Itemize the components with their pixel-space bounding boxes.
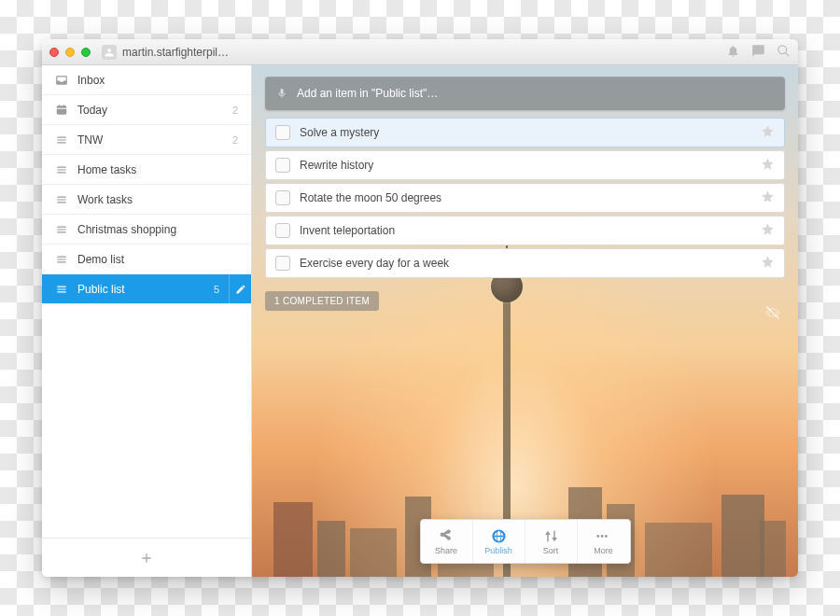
list-icon bbox=[55, 253, 68, 266]
sidebar-item-label: Public list bbox=[77, 283, 125, 296]
task-checkbox[interactable] bbox=[275, 256, 290, 271]
calendar-icon bbox=[55, 104, 68, 117]
plus-icon bbox=[139, 551, 154, 566]
app-window: martin.starfighterpil… InboxToday2TNW2Ho… bbox=[42, 39, 798, 577]
sidebar-item-count: 2 bbox=[232, 134, 238, 146]
task-label: Rewrite history bbox=[300, 159, 373, 172]
sidebar-item-label: Home tasks bbox=[77, 163, 136, 176]
task-row[interactable]: Rotate the moon 50 degrees bbox=[265, 183, 785, 213]
task-label: Exercise every day for a week bbox=[300, 257, 449, 270]
sort-icon bbox=[543, 528, 559, 544]
task-label: Solve a mystery bbox=[300, 126, 379, 139]
sidebar-item-count: 5 bbox=[214, 284, 219, 295]
sidebar-item-demo-list[interactable]: Demo list bbox=[42, 245, 251, 274]
main-pane: Add an item in "Public list"… Solve a my… bbox=[252, 65, 798, 577]
sidebar-item-label: Demo list bbox=[77, 253, 124, 266]
microphone-icon bbox=[276, 87, 287, 100]
toolbar-more-button[interactable]: More bbox=[578, 520, 630, 563]
star-button[interactable] bbox=[761, 189, 775, 206]
task-label: Rotate the moon 50 degrees bbox=[300, 191, 441, 204]
username-label: martin.starfighterpil… bbox=[122, 46, 229, 59]
toolbar-label: More bbox=[594, 546, 613, 555]
search-icon[interactable] bbox=[777, 44, 791, 61]
star-icon bbox=[761, 255, 775, 269]
task-row[interactable]: Rewrite history bbox=[265, 150, 785, 180]
star-icon bbox=[761, 124, 775, 138]
sidebar-item-christmas-shopping[interactable]: Christmas shopping bbox=[42, 215, 251, 245]
conversations-icon[interactable] bbox=[751, 44, 765, 61]
toolbar-label: Share bbox=[435, 546, 457, 555]
sidebar-item-label: Today bbox=[77, 104, 107, 117]
list-icon bbox=[55, 163, 68, 176]
task-row[interactable]: Exercise every day for a week bbox=[265, 248, 785, 278]
sidebar-item-today[interactable]: Today2 bbox=[42, 95, 251, 125]
add-item-placeholder: Add an item in "Public list"… bbox=[297, 87, 438, 100]
more-icon bbox=[595, 528, 611, 544]
star-button[interactable] bbox=[761, 157, 775, 174]
task-row[interactable]: Solve a mystery bbox=[265, 118, 785, 147]
sidebar-item-label: Inbox bbox=[77, 74, 105, 87]
notifications-icon[interactable] bbox=[726, 44, 740, 61]
sidebar-item-label: Christmas shopping bbox=[77, 223, 176, 236]
star-icon bbox=[761, 157, 775, 171]
window-controls bbox=[49, 48, 91, 57]
task-checkbox[interactable] bbox=[275, 125, 290, 140]
task-checkbox[interactable] bbox=[275, 223, 290, 238]
list-icon bbox=[55, 193, 68, 206]
edit-list-button[interactable] bbox=[229, 274, 251, 303]
globe-icon bbox=[491, 528, 507, 544]
sidebar: InboxToday2TNW2Home tasksWork tasksChris… bbox=[42, 65, 252, 577]
sidebar-item-label: Work tasks bbox=[77, 193, 133, 206]
minimize-window-button[interactable] bbox=[65, 48, 75, 57]
star-button[interactable] bbox=[761, 255, 775, 272]
person-icon bbox=[104, 47, 115, 58]
task-checkbox[interactable] bbox=[275, 158, 290, 173]
bottom-toolbar: SharePublishSortMore bbox=[420, 519, 631, 564]
toolbar-label: Publish bbox=[484, 546, 512, 555]
list-icon bbox=[55, 283, 68, 296]
sidebar-item-count: 2 bbox=[232, 105, 238, 116]
add-list-button[interactable] bbox=[42, 538, 251, 577]
visibility-icon[interactable] bbox=[764, 304, 781, 325]
sidebar-item-label: TNW bbox=[77, 133, 103, 147]
task-label: Invent teleportation bbox=[300, 224, 395, 237]
list-icon bbox=[55, 133, 68, 147]
star-button[interactable] bbox=[761, 222, 775, 239]
close-window-button[interactable] bbox=[49, 48, 59, 57]
sidebar-item-public-list[interactable]: Public list5 bbox=[42, 274, 251, 304]
titlebar: martin.starfighterpil… bbox=[42, 39, 798, 65]
toolbar-sort-button[interactable]: Sort bbox=[525, 520, 578, 563]
list-icon bbox=[55, 223, 68, 236]
task-checkbox[interactable] bbox=[275, 190, 290, 205]
completed-items-toggle[interactable]: 1 COMPLETED ITEM bbox=[265, 291, 379, 311]
star-button[interactable] bbox=[761, 124, 775, 141]
star-icon bbox=[761, 222, 775, 236]
star-icon bbox=[761, 189, 775, 203]
sidebar-item-home-tasks[interactable]: Home tasks bbox=[42, 155, 251, 185]
sidebar-item-inbox[interactable]: Inbox bbox=[42, 65, 251, 95]
zoom-window-button[interactable] bbox=[81, 48, 91, 57]
add-item-input[interactable]: Add an item in "Public list"… bbox=[265, 77, 785, 110]
task-row[interactable]: Invent teleportation bbox=[265, 216, 785, 245]
toolbar-share-button[interactable]: Share bbox=[421, 520, 473, 563]
sidebar-item-work-tasks[interactable]: Work tasks bbox=[42, 185, 251, 215]
share-icon bbox=[439, 528, 455, 544]
inbox-icon bbox=[55, 74, 68, 87]
avatar[interactable] bbox=[102, 45, 117, 60]
sidebar-item-tnw[interactable]: TNW2 bbox=[42, 125, 251, 155]
toolbar-label: Sort bbox=[543, 546, 559, 555]
pencil-icon bbox=[235, 284, 246, 295]
toolbar-publish-button[interactable]: Publish bbox=[473, 520, 525, 563]
